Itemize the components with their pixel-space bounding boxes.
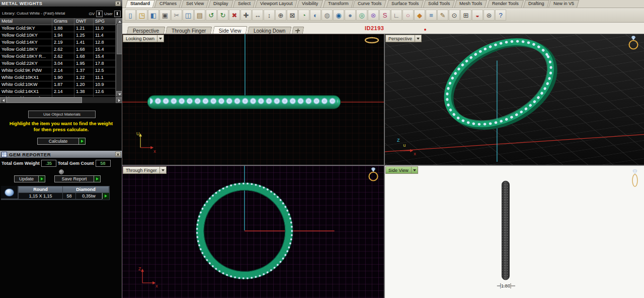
metal-row[interactable]: White Gold:10KX11.901.2211.1: [0, 74, 116, 81]
viewport-side-view[interactable]: 1.80 Side View: [385, 166, 644, 298]
gv-toggle[interactable]: [96, 11, 103, 17]
metal-table-vertical-scrollbar[interactable]: [116, 18, 122, 96]
print-icon[interactable]: ▣: [159, 10, 171, 21]
update-button[interactable]: Update: [14, 175, 45, 182]
hscroll-thumb[interactable]: [7, 97, 82, 103]
zoom-extents-icon[interactable]: ⊠: [287, 10, 298, 21]
col-dwt[interactable]: DWT: [74, 18, 94, 25]
gumball-icon[interactable]: ◆: [414, 10, 425, 21]
move-icon[interactable]: ↔: [252, 10, 263, 21]
update-go-icon[interactable]: [38, 176, 45, 182]
user-toggle[interactable]: [114, 11, 121, 17]
save-icon[interactable]: ◧: [148, 10, 159, 21]
pan-icon[interactable]: ↕: [264, 10, 275, 21]
metal-table-horizontal-scrollbar[interactable]: [0, 97, 122, 103]
col-spg[interactable]: SPG: [94, 18, 116, 25]
wireframe-icon[interactable]: ◍: [321, 10, 333, 21]
cut-icon[interactable]: ✂: [171, 10, 182, 21]
shade-icon[interactable]: ◐: [310, 10, 321, 21]
rotate-view-icon[interactable]: ◔: [298, 10, 309, 21]
viewport-tab-add[interactable]: [292, 27, 304, 35]
boolean-union-icon[interactable]: ⊗: [368, 10, 379, 21]
menu-tab-transform[interactable]: Transform: [323, 0, 354, 8]
help-icon[interactable]: ?: [495, 10, 506, 21]
metal-row[interactable]: Yellow Gold:10KY1.941.2511.4: [0, 32, 116, 39]
hscroll-track[interactable]: [7, 97, 116, 103]
col-metal[interactable]: Metal: [0, 18, 52, 25]
gem-row-go-icon[interactable]: [102, 193, 109, 199]
metal-row[interactable]: Yellow Gold:18KY R...2.621.6815.4: [0, 53, 116, 60]
metal-row[interactable]: White Gold:9K PdW2.141.3712.5: [0, 67, 116, 74]
viewport-tab-looking-down[interactable]: Looking Down: [248, 27, 292, 35]
splitter-knob[interactable]: [59, 169, 64, 174]
redo-icon[interactable]: ↻: [217, 10, 228, 21]
viewport-through-finger[interactable]: Z x Through Finger: [122, 166, 384, 298]
grams-value: 3.04: [52, 60, 74, 67]
metal-row[interactable]: Yellow Gold:9KY1.881.2111.0: [0, 25, 116, 32]
side-view-viewport-menu[interactable]: Side View: [385, 166, 418, 174]
through-finger-viewport-menu[interactable]: Through Finger: [123, 166, 167, 174]
settings-icon[interactable]: ⊛: [484, 10, 495, 21]
menu-tab-surface-tools[interactable]: Surface Tools: [386, 0, 424, 8]
menu-tab-visibility[interactable]: Visibility: [297, 0, 324, 8]
chevron-down-icon[interactable]: [411, 167, 418, 173]
grid-snap-icon[interactable]: ⊞: [460, 10, 471, 21]
menu-tab-new-in-v5[interactable]: New in V5: [548, 0, 579, 8]
perspective-viewport-menu[interactable]: Perspective: [385, 35, 422, 42]
scroll-left-icon[interactable]: [0, 97, 7, 103]
layers-icon[interactable]: ≡: [426, 10, 437, 21]
undo-icon[interactable]: ↺: [206, 10, 217, 21]
metal-row[interactable]: Yellow Gold:22KY3.041.9517.8: [0, 60, 116, 67]
viewport-tab-perspective[interactable]: Perspective: [127, 27, 166, 35]
render-icon[interactable]: ◉: [333, 10, 344, 21]
properties-icon[interactable]: ✎: [437, 10, 448, 21]
chevron-down-icon[interactable]: [157, 35, 164, 42]
circle-icon[interactable]: ○: [403, 10, 414, 21]
close-icon[interactable]: [115, 1, 121, 6]
viewport-tab-side-view[interactable]: Side View: [212, 26, 247, 35]
menu-tab-cplanes[interactable]: CPlanes: [154, 0, 182, 8]
delete-icon[interactable]: ✖: [229, 10, 240, 21]
zoom-icon[interactable]: ⊕: [275, 10, 286, 21]
metal-row[interactable]: Yellow Gold:14KY2.191.4112.8: [0, 39, 116, 46]
menu-tab-viewport-layout[interactable]: Viewport Layout: [255, 0, 298, 8]
viewport-looking-down[interactable]: U x Looking Down: [122, 34, 384, 165]
calculate-button[interactable]: Calculate: [37, 138, 86, 145]
record-history-icon[interactable]: ◒: [472, 10, 483, 21]
chevron-down-icon[interactable]: [415, 35, 421, 42]
viewport-perspective[interactable]: Z u x Perspective: [385, 34, 644, 165]
osnap-icon[interactable]: ⊙: [449, 10, 460, 21]
menu-tab-solid-tools[interactable]: Solid Tools: [423, 0, 455, 8]
select-icon[interactable]: ✚: [240, 10, 252, 21]
use-object-materials-dropdown[interactable]: Use Object Materials: [28, 111, 96, 118]
gem-reporter-close-icon[interactable]: [115, 152, 121, 157]
viewport-tab-through-finger[interactable]: Through Finger: [166, 27, 212, 35]
scroll-right-icon[interactable]: [116, 97, 122, 103]
metal-name: Yellow Gold:18KY: [0, 46, 52, 53]
save-report-go-icon[interactable]: [94, 176, 100, 182]
torus-icon[interactable]: ◎: [356, 10, 367, 21]
col-grams[interactable]: Grams: [52, 18, 74, 25]
metal-row[interactable]: Yellow Gold:18KY2.621.6815.4: [0, 46, 116, 53]
metal-row[interactable]: White Gold:10KW1.871.2010.9: [0, 81, 116, 88]
looking-down-viewport-menu[interactable]: Looking Down: [123, 35, 164, 42]
menu-tab-select[interactable]: Select: [233, 0, 256, 8]
chevron-down-icon[interactable]: [159, 167, 166, 173]
menu-tab-set-view[interactable]: Set View: [181, 0, 209, 8]
open-file-icon[interactable]: ◳: [136, 10, 147, 21]
menu-tab-mesh-tools[interactable]: Mesh Tools: [454, 0, 488, 8]
menu-tab-display[interactable]: Display: [208, 0, 233, 8]
curve-icon[interactable]: S: [379, 10, 390, 21]
menu-tab-standard[interactable]: Standard: [125, 0, 155, 8]
menu-tab-drafting[interactable]: Drafting: [523, 0, 549, 8]
new-file-icon[interactable]: ▯: [125, 10, 136, 21]
menu-tab-curve-tools[interactable]: Curve Tools: [353, 0, 387, 8]
save-report-button[interactable]: Save Report: [54, 175, 101, 182]
copy-icon[interactable]: ◫: [183, 10, 194, 21]
calculate-go-icon[interactable]: [78, 138, 85, 144]
metal-row[interactable]: White Gold:14KX12.141.3812.6: [0, 88, 116, 95]
sphere-icon[interactable]: ●: [345, 10, 356, 21]
menu-tab-render-tools[interactable]: Render Tools: [487, 0, 524, 8]
polyline-icon[interactable]: ∟: [391, 10, 402, 21]
paste-icon[interactable]: ▤: [194, 10, 205, 21]
